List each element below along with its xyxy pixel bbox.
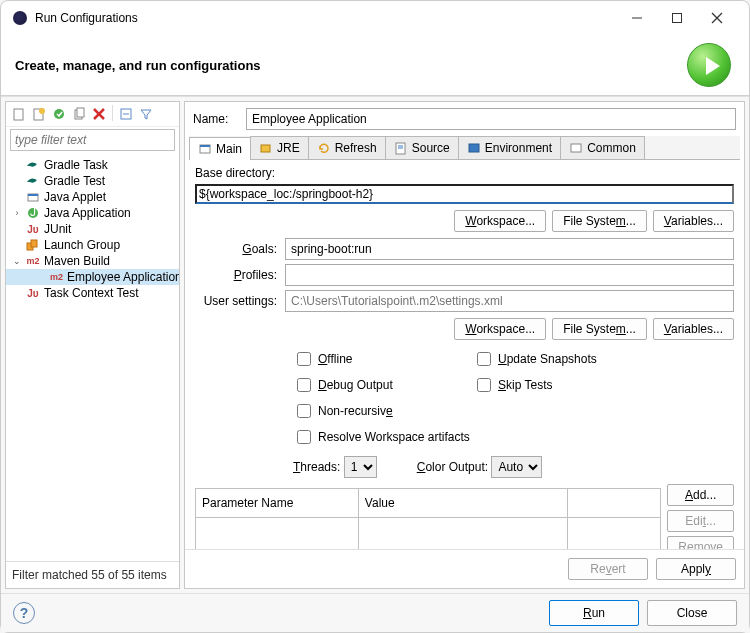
close-button[interactable] bbox=[697, 4, 737, 32]
base-dir-label: Base directory: bbox=[195, 166, 734, 180]
export-icon[interactable] bbox=[50, 105, 68, 123]
main-tab-icon bbox=[198, 142, 212, 156]
apply-button[interactable]: Apply bbox=[656, 558, 736, 580]
tab-label: Source bbox=[412, 141, 450, 155]
svg-rect-9 bbox=[77, 108, 84, 117]
variables-button-1[interactable]: Variables... bbox=[653, 210, 734, 232]
svg-rect-15 bbox=[28, 194, 38, 196]
maven-icon: m2 bbox=[50, 270, 63, 284]
tabs: Main JRE Refresh Source Environment Comm… bbox=[189, 136, 740, 160]
filesystem-button-1[interactable]: File System... bbox=[552, 210, 647, 232]
workspace-button-1[interactable]: Workspace... bbox=[454, 210, 546, 232]
update-snapshots-checkbox[interactable]: Update Snapshots bbox=[473, 349, 623, 369]
tree-item-gradle-test[interactable]: Gradle Test bbox=[6, 173, 179, 189]
user-settings-label: User settings: bbox=[195, 294, 285, 308]
filter-icon[interactable] bbox=[137, 105, 155, 123]
filter-status-label: Filter matched 55 of 55 items bbox=[6, 561, 179, 588]
revert-button[interactable]: Revert bbox=[568, 558, 648, 580]
tree-item-java-applet[interactable]: Java Applet bbox=[6, 189, 179, 205]
threads-select[interactable]: 1 bbox=[344, 456, 377, 478]
svg-rect-4 bbox=[14, 109, 23, 120]
svg-rect-19 bbox=[31, 240, 37, 247]
svg-point-7 bbox=[54, 109, 64, 119]
minimize-button[interactable] bbox=[617, 4, 657, 32]
tab-label: Common bbox=[587, 141, 636, 155]
tree-item-label: Gradle Task bbox=[44, 158, 108, 172]
svg-rect-21 bbox=[200, 145, 210, 147]
non-recursive-checkbox[interactable]: Non-recursive bbox=[293, 401, 443, 421]
tab-common[interactable]: Common bbox=[560, 136, 645, 159]
maven-icon: m2 bbox=[26, 254, 40, 268]
add-button[interactable]: Add... bbox=[667, 484, 734, 506]
sidebar-toolbar bbox=[6, 102, 179, 127]
tab-label: Main bbox=[216, 142, 242, 156]
resolve-ws-label: Resolve Workspace artifacts bbox=[318, 430, 470, 444]
tab-refresh[interactable]: Refresh bbox=[308, 136, 386, 159]
base-dir-input[interactable] bbox=[195, 184, 734, 204]
resolve-ws-checkbox[interactable]: Resolve Workspace artifacts bbox=[293, 427, 513, 447]
tree-item-maven-build[interactable]: ⌄m2Maven Build bbox=[6, 253, 179, 269]
name-input[interactable] bbox=[246, 108, 736, 130]
refresh-tab-icon bbox=[317, 141, 331, 155]
tree-item-label: Gradle Test bbox=[44, 174, 105, 188]
close-dialog-button[interactable]: Close bbox=[647, 600, 737, 626]
goals-input[interactable] bbox=[285, 238, 734, 260]
header: Create, manage, and run configurations bbox=[1, 35, 749, 96]
svg-point-6 bbox=[39, 108, 45, 114]
param-value-header: Value bbox=[358, 489, 567, 518]
tab-environment[interactable]: Environment bbox=[458, 136, 561, 159]
new-config-icon[interactable] bbox=[10, 105, 28, 123]
env-tab-icon bbox=[467, 141, 481, 155]
tree-item-employee-app[interactable]: m2Employee Application bbox=[6, 269, 179, 285]
offline-checkbox[interactable]: Offline bbox=[293, 349, 443, 369]
svg-rect-1 bbox=[673, 14, 682, 23]
gradle-icon bbox=[26, 174, 40, 188]
help-button[interactable]: ? bbox=[13, 602, 35, 624]
tab-main[interactable]: Main bbox=[189, 137, 251, 160]
variables-button-2[interactable]: Variables... bbox=[653, 318, 734, 340]
tree-item-task-context[interactable]: JυTask Context Test bbox=[6, 285, 179, 301]
tree-item-launch-group[interactable]: Launch Group bbox=[6, 237, 179, 253]
tree-item-label: Java Application bbox=[44, 206, 131, 220]
new-proto-icon[interactable] bbox=[30, 105, 48, 123]
svg-text:J: J bbox=[30, 206, 36, 219]
maximize-button[interactable] bbox=[657, 4, 697, 32]
tree-item-junit[interactable]: JυJUnit bbox=[6, 221, 179, 237]
params-table[interactable]: Parameter NameValue bbox=[195, 488, 661, 549]
profiles-input[interactable] bbox=[285, 264, 734, 286]
svg-rect-27 bbox=[571, 144, 581, 152]
tree-item-gradle-task[interactable]: Gradle Task bbox=[6, 157, 179, 173]
sidebar: Gradle Task Gradle Test Java Applet ›JJa… bbox=[5, 101, 180, 589]
delete-icon[interactable] bbox=[90, 105, 108, 123]
main-form: Base directory: Workspace... File System… bbox=[185, 160, 744, 549]
tree-item-java-app[interactable]: ›JJava Application bbox=[6, 205, 179, 221]
run-orb-icon bbox=[687, 43, 731, 87]
duplicate-icon[interactable] bbox=[70, 105, 88, 123]
color-output-label: Color Output: bbox=[417, 460, 488, 474]
param-name-header: Parameter Name bbox=[196, 489, 359, 518]
app-icon bbox=[13, 11, 27, 25]
tab-jre[interactable]: JRE bbox=[250, 136, 309, 159]
main-panel: Name: Main JRE Refresh Source Environmen… bbox=[184, 101, 745, 589]
color-output-select[interactable]: Auto bbox=[491, 456, 542, 478]
remove-button[interactable]: Remove bbox=[667, 536, 734, 549]
filter-input[interactable] bbox=[10, 129, 175, 151]
debug-output-checkbox[interactable]: Debug Output bbox=[293, 375, 443, 395]
skip-tests-checkbox[interactable]: Skip Tests bbox=[473, 375, 573, 395]
toolbar-separator bbox=[112, 105, 113, 121]
config-tree[interactable]: Gradle Task Gradle Test Java Applet ›JJa… bbox=[6, 153, 179, 557]
tab-source[interactable]: Source bbox=[385, 136, 459, 159]
filesystem-button-2[interactable]: File System... bbox=[552, 318, 647, 340]
tab-label: Environment bbox=[485, 141, 552, 155]
junit-icon: Jυ bbox=[26, 286, 40, 300]
workspace-button-2[interactable]: Workspace... bbox=[454, 318, 546, 340]
svg-rect-22 bbox=[261, 145, 270, 152]
junit-icon: Jυ bbox=[26, 222, 40, 236]
launch-group-icon bbox=[26, 238, 40, 252]
edit-button[interactable]: Edit... bbox=[667, 510, 734, 532]
gradle-icon bbox=[26, 158, 40, 172]
collapse-icon[interactable] bbox=[117, 105, 135, 123]
run-button[interactable]: Run bbox=[549, 600, 639, 626]
user-settings-input[interactable] bbox=[285, 290, 734, 312]
tree-item-label: Task Context Test bbox=[44, 286, 139, 300]
